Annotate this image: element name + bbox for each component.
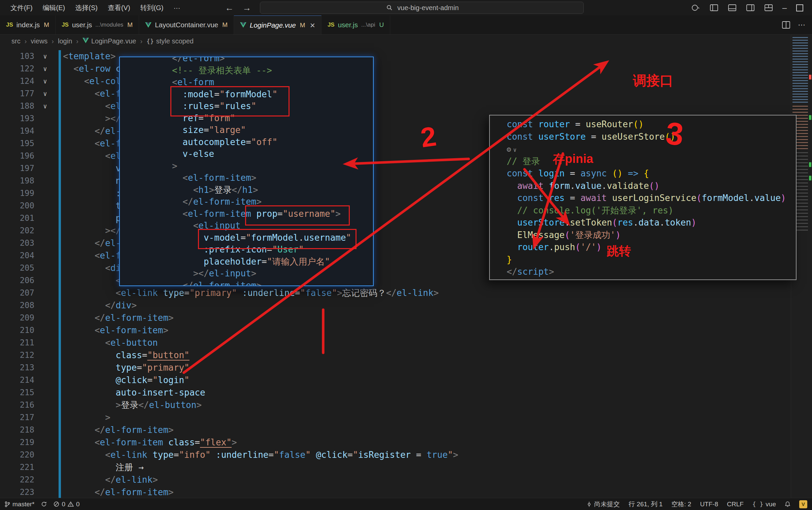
- fold-chevron-icon[interactable]: ∨: [38, 87, 52, 100]
- code-text: <el-link type="primary" :underline="fals…: [63, 287, 439, 299]
- code-line[interactable]: 177∨ <el-form: [0, 87, 791, 100]
- menu-item[interactable]: 编辑(E): [38, 2, 70, 14]
- sync-changes-item[interactable]: [41, 501, 47, 507]
- code-line[interactable]: 221 注册 →: [0, 461, 791, 474]
- tab-user.js[interactable]: JSuser.js...\apiU: [321, 16, 390, 34]
- fold-chevron-icon[interactable]: ∨: [38, 63, 52, 75]
- git-branch-item[interactable]: master*: [5, 501, 34, 508]
- code-line[interactable]: 214 @click="login": [0, 374, 791, 387]
- breadcrumb: src›views›login›LoginPage.vue›{}style sc…: [0, 34, 791, 48]
- code-line[interactable]: 209 </el-form-item>: [0, 312, 791, 324]
- more-actions-icon[interactable]: ⋯: [798, 21, 805, 29]
- gutter-change-indicator: [59, 299, 61, 312]
- menu-item[interactable]: 查看(V): [103, 2, 135, 14]
- menu-item[interactable]: ···: [169, 3, 184, 13]
- tab-LayoutContainer.vue[interactable]: LayoutContainer.vueM: [139, 16, 234, 34]
- code-line[interactable]: 188∨ <el-form-: [0, 100, 791, 112]
- line-number: 207: [0, 287, 38, 299]
- highlight-box-model-rules: [170, 86, 290, 116]
- fold-chevron-icon[interactable]: ∨: [38, 50, 52, 63]
- gutter-change-indicator: [59, 262, 61, 274]
- search-input[interactable]: vue-big-event-admin: [260, 2, 584, 14]
- code-text: </el-form-item>: [63, 312, 174, 324]
- gutter-change-indicator: [59, 337, 61, 349]
- highlight-box-vmodel: [198, 229, 356, 249]
- code-line[interactable]: 217 >: [0, 412, 791, 424]
- tab-path: ...\api: [361, 22, 375, 28]
- problems-item[interactable]: 0 0: [54, 501, 80, 508]
- breadcrumb-item[interactable]: LoginPage.vue: [83, 37, 136, 45]
- menu-item[interactable]: 文件(F): [6, 2, 37, 14]
- gutter-change-indicator: [59, 412, 61, 424]
- tab-label: LoginPage.vue: [250, 21, 296, 29]
- code-line[interactable]: 122∨ <el-row class=": [0, 63, 791, 75]
- breadcrumb-item[interactable]: {}style scoped: [146, 37, 194, 45]
- close-icon[interactable]: ×: [310, 22, 315, 29]
- code-line[interactable]: 210 <el-form-item>: [0, 324, 791, 337]
- minimize-button[interactable]: –: [782, 3, 787, 12]
- breadcrumb-item[interactable]: login: [58, 37, 72, 45]
- breadcrumb-separator: ›: [140, 37, 142, 45]
- split-editor-icon[interactable]: [782, 21, 790, 29]
- maximize-button[interactable]: [796, 4, 803, 11]
- fold-chevron-icon[interactable]: ∨: [38, 75, 52, 87]
- extension-status-icon[interactable]: V: [799, 500, 807, 508]
- title-bar: 文件(F)编辑(E)选择(S)查看(V)转到(G)··· ← → vue-big…: [0, 0, 812, 16]
- code-line[interactable]: 124∨ <el-col :span: [0, 75, 791, 87]
- line-number: 198: [0, 175, 38, 187]
- gutter-change-indicator: [59, 349, 61, 362]
- code-line[interactable]: 215 auto-insert-space: [0, 387, 791, 399]
- code-line[interactable]: 103∨<template>: [0, 50, 791, 63]
- code-line[interactable]: 207 <el-link type="primary" :underline="…: [0, 287, 791, 299]
- code-line[interactable]: 213 type="primary": [0, 362, 791, 374]
- tab-label: user.js: [338, 21, 358, 29]
- search-icon: [385, 4, 394, 11]
- breadcrumb-item[interactable]: views: [31, 37, 48, 45]
- tab-LoginPage.vue[interactable]: LoginPage.vueM×: [234, 16, 321, 34]
- code-line[interactable]: 223 </el-form-item>: [0, 486, 791, 498]
- overlay-code-line: size="large": [120, 124, 373, 136]
- code-line[interactable]: 211 <el-button: [0, 337, 791, 349]
- toggle-secondary-sidebar-icon[interactable]: [746, 4, 755, 11]
- copilot-icon[interactable]: [692, 4, 700, 11]
- code-line[interactable]: 216 >登录</el-button>: [0, 399, 791, 412]
- tab-index.js[interactable]: JSindex.jsM: [0, 16, 56, 34]
- code-line[interactable]: 212 class="button": [0, 349, 791, 362]
- code-text: auto-insert-space: [63, 387, 205, 399]
- code-line[interactable]: 220 <el-link type="info" :underline="fal…: [0, 449, 791, 461]
- overlay-code-line: </el-form>: [120, 57, 373, 65]
- eol-item[interactable]: CRLF: [727, 501, 744, 508]
- code-line[interactable]: 222 </el-link>: [0, 474, 791, 486]
- menu-item[interactable]: 转到(G): [136, 2, 168, 14]
- nav-back-icon[interactable]: ←: [225, 3, 234, 13]
- customize-layout-icon[interactable]: [764, 4, 773, 11]
- cursor-position-item[interactable]: 行 261, 列 1: [629, 500, 663, 509]
- fold-chevron-icon[interactable]: ∨: [38, 100, 52, 112]
- fold-chevron-icon: [38, 137, 52, 150]
- menu-item[interactable]: 选择(S): [71, 2, 102, 14]
- code-line[interactable]: 218 </el-form-item>: [0, 424, 791, 436]
- line-number: 219: [0, 436, 38, 449]
- language-mode-item[interactable]: { } vue: [752, 501, 776, 508]
- indentation-item[interactable]: 空格: 2: [671, 500, 691, 509]
- breadcrumb-item[interactable]: src: [11, 37, 21, 45]
- tab-user.js[interactable]: JSuser.js...\modulesM: [56, 16, 139, 34]
- notifications-icon[interactable]: [785, 501, 790, 507]
- nav-forward-icon[interactable]: →: [242, 3, 251, 13]
- commit-icon: [586, 502, 592, 507]
- overlay-code-line: // console.log('开始登录', res): [507, 204, 796, 217]
- code-line[interactable]: 219 <el-form-item class="flex">: [0, 436, 791, 449]
- commit-status-item[interactable]: 尚未提交: [586, 500, 620, 509]
- encoding-item[interactable]: UTF-8: [700, 501, 718, 508]
- fold-chevron-icon: [38, 486, 52, 498]
- code-line[interactable]: 208 </div>: [0, 299, 791, 312]
- overlay-code-line: await form.value.validate(): [507, 180, 796, 192]
- code-text: <el-button: [63, 337, 158, 349]
- overlay-code-line: userStore.setToken(res.data.token): [507, 217, 796, 229]
- toggle-panel-icon[interactable]: [728, 4, 736, 11]
- toggle-sidebar-icon[interactable]: [710, 4, 718, 11]
- fold-chevron-icon: [38, 225, 52, 237]
- line-number: 221: [0, 461, 38, 474]
- gutter-change-indicator: [59, 237, 61, 250]
- menu-bar: 文件(F)编辑(E)选择(S)查看(V)转到(G)···: [0, 2, 184, 14]
